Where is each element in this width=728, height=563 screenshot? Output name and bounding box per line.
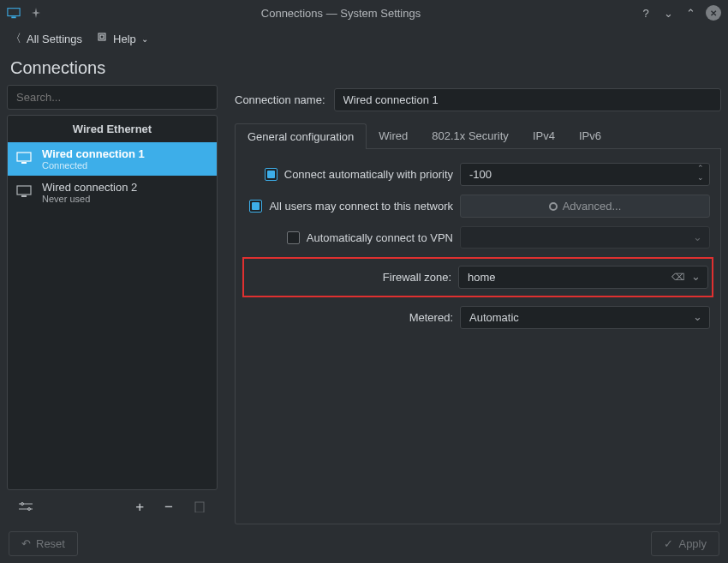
svg-rect-0 bbox=[8, 9, 20, 16]
firewall-row-highlight: Firewall zone: home ⌫ bbox=[242, 257, 713, 297]
connection-item-name: Wired connection 2 bbox=[42, 181, 137, 194]
tab-wired[interactable]: Wired bbox=[367, 123, 420, 149]
metered-label: Metered: bbox=[409, 311, 453, 324]
connection-list: Wired Ethernet Wired connection 1 Connec… bbox=[7, 115, 218, 490]
advanced-label: Advanced... bbox=[563, 200, 622, 213]
priority-spinner[interactable]: -100 bbox=[460, 163, 710, 186]
firewall-combo[interactable]: home ⌫ bbox=[458, 266, 708, 289]
connection-item-1[interactable]: Wired connection 1 Connected bbox=[8, 142, 217, 176]
ethernet-icon bbox=[16, 185, 32, 200]
auto-vpn-checkbox[interactable] bbox=[287, 231, 300, 244]
svg-rect-4 bbox=[17, 153, 31, 161]
reset-label: Reset bbox=[36, 537, 65, 550]
connection-name-row: Connection name: bbox=[235, 85, 721, 115]
export-button[interactable] bbox=[194, 500, 206, 515]
page-title: Connections bbox=[0, 51, 728, 85]
svg-rect-1 bbox=[11, 16, 15, 18]
apply-label: Apply bbox=[678, 537, 707, 550]
add-button[interactable]: + bbox=[135, 499, 144, 516]
toolbar: 〈 All Settings Help ⌄ bbox=[0, 26, 728, 51]
metered-row: Metered: Automatic bbox=[246, 306, 710, 329]
sidebar-footer: + − bbox=[7, 490, 218, 524]
tab-8021x[interactable]: 802.1x Security bbox=[420, 123, 521, 149]
app-icon bbox=[7, 6, 21, 20]
connection-name-label: Connection name: bbox=[235, 93, 325, 106]
close-button[interactable]: ✕ bbox=[706, 5, 721, 21]
firewall-value: home bbox=[468, 271, 496, 284]
clear-icon[interactable]: ⌫ bbox=[671, 272, 685, 283]
reset-button[interactable]: ↶ Reset bbox=[9, 531, 78, 556]
bottom-bar: ↶ Reset ✓ Apply bbox=[0, 524, 728, 563]
close-icon: ✕ bbox=[710, 9, 717, 18]
all-users-checkbox[interactable] bbox=[249, 200, 262, 213]
remove-button[interactable]: − bbox=[164, 499, 173, 516]
chevron-left-icon: 〈 bbox=[10, 31, 21, 46]
connection-item-status: Never used bbox=[42, 194, 137, 204]
metered-combo[interactable]: Automatic bbox=[460, 306, 710, 329]
help-flag-icon bbox=[96, 32, 108, 46]
content-area: Wired Ethernet Wired connection 1 Connec… bbox=[0, 85, 728, 524]
connection-item-name: Wired connection 1 bbox=[42, 147, 145, 160]
vpn-combo bbox=[460, 226, 710, 249]
firewall-label: Firewall zone: bbox=[383, 271, 451, 284]
window-title: Connections — System Settings bbox=[43, 7, 639, 20]
search-input[interactable] bbox=[7, 85, 218, 110]
chevron-down-icon: ⌄ bbox=[141, 34, 148, 44]
auto-vpn-row: Automatically connect to VPN bbox=[246, 226, 710, 249]
connection-name-input[interactable] bbox=[334, 88, 721, 111]
check-icon: ✓ bbox=[664, 537, 673, 550]
settings-icon[interactable] bbox=[19, 501, 33, 514]
titlebar: Connections — System Settings ? ⌄ ⌃ ✕ bbox=[0, 0, 728, 26]
svg-rect-7 bbox=[21, 195, 27, 197]
maximize-icon[interactable]: ⌃ bbox=[683, 6, 697, 20]
tab-general[interactable]: General configuration bbox=[235, 123, 367, 149]
all-users-label: All users may connect to this network bbox=[269, 200, 453, 213]
metered-value: Automatic bbox=[469, 311, 519, 324]
tab-ipv4[interactable]: IPv4 bbox=[521, 123, 567, 149]
help-icon[interactable]: ? bbox=[639, 6, 653, 20]
all-users-row: All users may connect to this network Ad… bbox=[246, 195, 710, 218]
tabbar: General configuration Wired 802.1x Secur… bbox=[235, 123, 721, 149]
gear-icon bbox=[549, 202, 558, 211]
auto-connect-label: Connect automatically with priority bbox=[284, 168, 453, 181]
svg-rect-3 bbox=[100, 35, 104, 39]
connection-item-2[interactable]: Wired connection 2 Never used bbox=[8, 176, 217, 209]
tab-ipv6[interactable]: IPv6 bbox=[567, 123, 613, 149]
svg-rect-12 bbox=[195, 502, 204, 512]
auto-connect-checkbox[interactable] bbox=[265, 168, 277, 181]
ethernet-icon bbox=[16, 152, 32, 166]
auto-vpn-label: Automatically connect to VPN bbox=[307, 231, 453, 244]
auto-connect-row: Connect automatically with priority -100 bbox=[246, 163, 710, 186]
apply-button[interactable]: ✓ Apply bbox=[651, 531, 719, 556]
section-header: Wired Ethernet bbox=[8, 116, 217, 142]
tab-content: Connect automatically with priority -100… bbox=[235, 149, 721, 524]
help-label: Help bbox=[113, 33, 136, 45]
svg-rect-6 bbox=[17, 186, 31, 195]
svg-rect-2 bbox=[98, 33, 105, 40]
help-menu[interactable]: Help ⌄ bbox=[96, 32, 148, 46]
advanced-button[interactable]: Advanced... bbox=[460, 195, 710, 218]
undo-icon: ↶ bbox=[21, 537, 31, 550]
connection-item-status: Connected bbox=[42, 160, 145, 171]
main-panel: Connection name: General configuration W… bbox=[235, 85, 721, 524]
sidebar: Wired Ethernet Wired connection 1 Connec… bbox=[7, 85, 218, 524]
svg-rect-5 bbox=[21, 162, 27, 164]
back-all-settings[interactable]: 〈 All Settings bbox=[10, 31, 82, 46]
back-label: All Settings bbox=[27, 33, 82, 45]
pin-icon[interactable] bbox=[29, 6, 43, 20]
minimize-icon[interactable]: ⌄ bbox=[661, 6, 675, 20]
